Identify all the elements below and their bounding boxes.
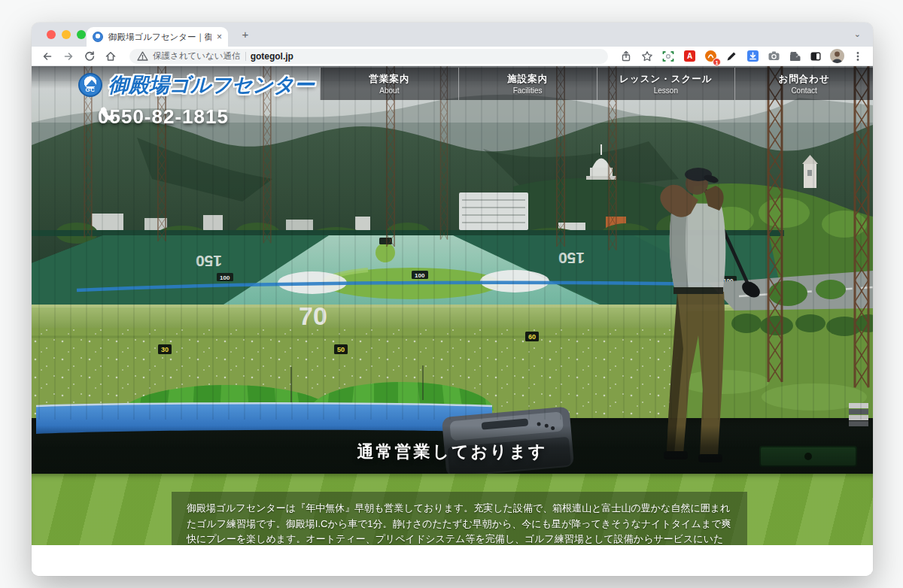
- browser-tab[interactable]: 御殿場ゴルフセンター｜御殿場市の ×: [87, 27, 228, 47]
- intro-section: 御殿場ゴルフセンターは『年中無休』早朝も営業しております。充実した設備で、箱根連…: [32, 474, 873, 545]
- nav-facilities-jp: 施設案内: [507, 73, 548, 86]
- nav-lesson-jp: レッスン・スクール: [619, 73, 713, 86]
- forward-button[interactable]: [60, 48, 77, 65]
- omnibox-divider: [245, 52, 246, 61]
- nav-item-contact[interactable]: お問合わせ Contact: [734, 68, 873, 100]
- screenshot-capture-icon[interactable]: [661, 49, 676, 64]
- not-secure-warning-icon: [137, 50, 148, 62]
- phone-icon: [98, 105, 116, 123]
- kebab-menu-icon[interactable]: [850, 49, 865, 64]
- phone-number: 0550-82-1815: [98, 105, 229, 129]
- extensions-puzzle-icon[interactable]: [787, 49, 802, 64]
- desktop-background: 御殿場ゴルフセンター｜御殿場市の × + ⌄ 保護されていない通信: [0, 0, 903, 588]
- minimize-window-button[interactable]: [62, 30, 71, 39]
- close-window-button[interactable]: [47, 30, 56, 39]
- tab-search-chevron-icon[interactable]: ⌄: [854, 29, 861, 39]
- hero-section: 150 150 100 100 100 70: [32, 66, 873, 474]
- address-bar[interactable]: 保護されていない通信 gotegol.jp: [129, 49, 608, 64]
- nav-facilities-en: Facilities: [513, 86, 543, 95]
- reload-button[interactable]: [81, 48, 98, 65]
- browser-window: 御殿場ゴルフセンター｜御殿場市の × + ⌄ 保護されていない通信: [32, 23, 873, 576]
- nav-item-facilities[interactable]: 施設案内 Facilities: [458, 68, 597, 100]
- nav-lesson-en: Lesson: [654, 86, 678, 95]
- site-logo[interactable]: GC 御殿場ゴルフセンター: [78, 71, 315, 99]
- tab-title: 御殿場ゴルフセンター｜御殿場市の: [108, 32, 211, 43]
- nav-about-en: About: [379, 86, 399, 95]
- url-text: gotegol.jp: [251, 51, 293, 62]
- nav-item-lesson[interactable]: レッスン・スクール Lesson: [597, 68, 735, 100]
- browser-toolbar: 保護されていない通信 gotegol.jp A: [32, 47, 873, 66]
- profile-avatar[interactable]: [829, 49, 844, 64]
- back-button[interactable]: [39, 48, 56, 65]
- status-headline: 通常営業しております: [32, 441, 873, 463]
- page-content: 150 150 100 100 100 70: [32, 66, 873, 576]
- pen-extension-icon[interactable]: [724, 49, 739, 64]
- nav-item-about[interactable]: 営業案内 About: [320, 68, 458, 100]
- nav-contact-en: Contact: [791, 86, 816, 95]
- site-name: 御殿場ゴルフセンター: [108, 71, 315, 99]
- extension-badge: 1: [713, 58, 721, 66]
- home-button[interactable]: [102, 48, 119, 65]
- toolbar-actions: A 1: [619, 49, 865, 64]
- camera-extension-icon[interactable]: [766, 49, 781, 64]
- page-bottom-gap: [32, 545, 873, 576]
- alert-extension-icon[interactable]: 1: [703, 49, 718, 64]
- avatar-photo: [830, 49, 844, 63]
- nav-about-jp: 営業案内: [369, 73, 409, 86]
- logo-badge-icon: GC: [78, 73, 102, 97]
- security-chip-text: 保護されていない通信: [153, 50, 241, 62]
- intro-text: 御殿場ゴルフセンターは『年中無休』早朝も営業しております。充実した設備で、箱根連…: [187, 501, 732, 545]
- bookmark-star-icon[interactable]: [640, 49, 655, 64]
- downloader-extension-icon[interactable]: [745, 49, 760, 64]
- svg-text:A: A: [686, 52, 692, 60]
- site-favicon-icon: [93, 32, 103, 42]
- zoom-window-button[interactable]: [77, 30, 86, 39]
- traffic-lights: [47, 30, 86, 39]
- intro-box: 御殿場ゴルフセンターは『年中無休』早朝も営業しております。充実した設備で、箱根連…: [172, 492, 747, 545]
- acrobat-extension-icon[interactable]: A: [682, 49, 697, 64]
- tab-close-icon[interactable]: ×: [217, 32, 222, 42]
- nav-contact-jp: お問合わせ: [778, 73, 829, 86]
- side-panel-icon[interactable]: [808, 49, 823, 64]
- new-tab-button[interactable]: +: [239, 29, 251, 41]
- phone-contact[interactable]: 0550-82-1815: [98, 105, 229, 129]
- share-icon[interactable]: [619, 49, 634, 64]
- tab-strip: 御殿場ゴルフセンター｜御殿場市の × + ⌄: [32, 23, 873, 47]
- site-navigation: 営業案内 About 施設案内 Facilities レッスン・スクール Les…: [320, 68, 873, 100]
